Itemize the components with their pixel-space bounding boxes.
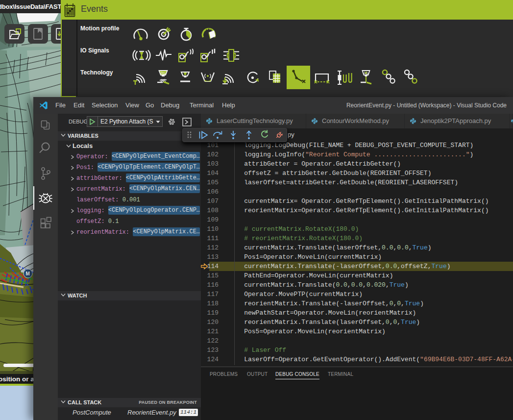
svg-text:dbox\IssueData\FASTSU: dbox\IssueData\FASTSU (0, 3, 64, 10)
svg-text:M: M (26, 271, 30, 276)
